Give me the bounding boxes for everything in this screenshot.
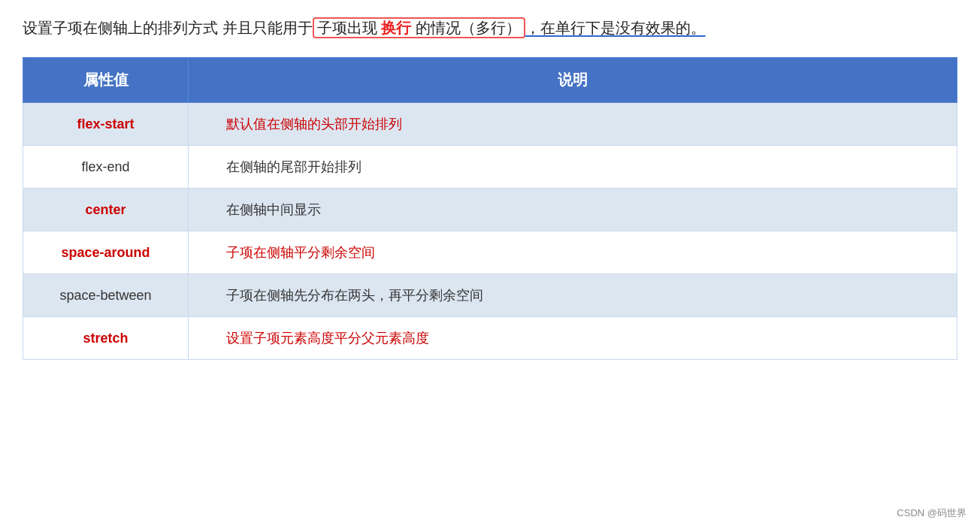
table-row: space-around子项在侧轴平分剩余空间	[23, 231, 957, 274]
highlight-word: 换行	[381, 20, 411, 36]
watermark: CSDN @码世界	[897, 506, 966, 520]
prop-cell: space-around	[23, 231, 189, 274]
prop-cell: space-between	[23, 274, 189, 317]
table-header-col2: 说明	[189, 58, 957, 103]
prop-cell: flex-start	[23, 103, 189, 146]
prop-cell: center	[23, 189, 189, 231]
prop-cell: stretch	[23, 317, 189, 360]
highlight-box: 子项出现 换行 的情况（多行）	[313, 17, 525, 38]
intro-paragraph: 设置子项在侧轴上的排列方式 并且只能用于子项出现 换行 的情况（多行），在单行下…	[23, 15, 957, 41]
desc-cell: 默认值在侧轴的头部开始排列	[189, 103, 957, 146]
property-table: 属性值 说明 flex-start默认值在侧轴的头部开始排列flex-end在侧…	[23, 57, 957, 360]
intro-text-after: ，在单行下是没有效果的。	[525, 20, 706, 36]
table-row: flex-end在侧轴的尾部开始排列	[23, 146, 957, 189]
table-row: stretch设置子项元素高度平分父元素高度	[23, 317, 957, 360]
table-header-col1: 属性值	[23, 58, 189, 103]
desc-cell: 子项在侧轴平分剩余空间	[189, 231, 957, 274]
table-header-row: 属性值 说明	[23, 58, 957, 103]
desc-cell: 设置子项元素高度平分父元素高度	[189, 317, 957, 360]
desc-cell: 子项在侧轴先分布在两头，再平分剩余空间	[189, 274, 957, 317]
prop-cell: flex-end	[23, 146, 189, 189]
table-row: center在侧轴中间显示	[23, 189, 957, 231]
table-row: space-between子项在侧轴先分布在两头，再平分剩余空间	[23, 274, 957, 317]
table-row: flex-start默认值在侧轴的头部开始排列	[23, 103, 957, 146]
intro-text-before: 设置子项在侧轴上的排列方式 并且只能用于	[23, 20, 313, 36]
desc-cell: 在侧轴的尾部开始排列	[189, 146, 957, 189]
desc-cell: 在侧轴中间显示	[189, 189, 957, 231]
